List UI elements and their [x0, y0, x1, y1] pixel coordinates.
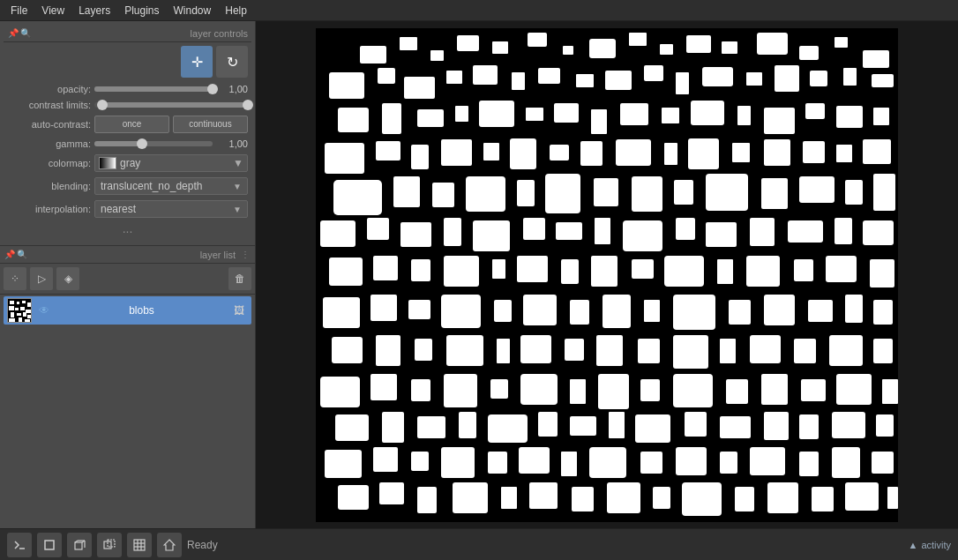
- colormap-row: colormap: gray ▼: [4, 152, 251, 175]
- svg-rect-116: [517, 256, 548, 282]
- svg-rect-149: [638, 339, 660, 363]
- svg-rect-96: [320, 220, 356, 247]
- interpolation-dropdown[interactable]: nearest ▼: [94, 200, 248, 218]
- svg-rect-1: [10, 301, 14, 304]
- svg-rect-94: [845, 180, 863, 205]
- roll-dims-button[interactable]: [97, 533, 122, 557]
- svg-rect-6: [15, 308, 19, 310]
- blending-dropdown[interactable]: translucent_no_depth ▼: [94, 177, 248, 195]
- svg-rect-173: [417, 416, 445, 438]
- opacity-row: opacity: 1,00: [4, 81, 251, 97]
- svg-rect-51: [382, 103, 401, 134]
- svg-rect-46: [775, 65, 799, 92]
- layer-visibility-icon[interactable]: 👁: [35, 302, 53, 319]
- svg-rect-128: [408, 300, 430, 319]
- svg-rect-82: [333, 180, 382, 215]
- layer-list-title: layer list: [28, 250, 236, 260]
- contrast-limits-label: contrast limits:: [7, 100, 91, 110]
- labels-tool-button[interactable]: ◈: [56, 267, 79, 290]
- svg-rect-42: [644, 65, 663, 81]
- svg-rect-120: [664, 256, 704, 287]
- svg-rect-68: [411, 145, 429, 169]
- svg-rect-134: [644, 300, 660, 322]
- svg-rect-186: [325, 450, 362, 478]
- menu-window[interactable]: Window: [167, 3, 219, 19]
- layer-item[interactable]: 👁 blobs 🖼: [4, 296, 251, 325]
- svg-rect-160: [490, 379, 508, 399]
- layer-list-header: 📌 🔍 layer list ⋮: [0, 246, 255, 264]
- svg-rect-57: [591, 109, 607, 134]
- delete-layer-button[interactable]: 🗑: [228, 267, 251, 290]
- svg-rect-100: [473, 220, 510, 251]
- svg-rect-77: [732, 143, 750, 162]
- menu-layers[interactable]: Layers: [71, 3, 117, 19]
- layer-list-pin-icon[interactable]: 📌: [4, 249, 16, 261]
- transform-tool-button[interactable]: ↻: [216, 46, 248, 78]
- svg-rect-53: [455, 106, 468, 122]
- layer-list-search-icon[interactable]: 🔍: [16, 249, 28, 261]
- grid-view-button[interactable]: [127, 533, 152, 557]
- opacity-label: opacity:: [7, 84, 91, 94]
- svg-rect-198: [799, 452, 819, 476]
- opacity-slider[interactable]: [94, 86, 213, 92]
- svg-rect-20: [457, 35, 479, 51]
- 2d-view-button[interactable]: [37, 533, 62, 557]
- menu-plugins[interactable]: Plugins: [117, 3, 166, 19]
- grid-icon: [133, 539, 146, 551]
- continuous-button[interactable]: continuous: [173, 116, 248, 133]
- svg-rect-97: [367, 218, 389, 240]
- bottom-toolbar: Ready ▲ activity: [0, 528, 958, 560]
- menu-file[interactable]: File: [4, 3, 34, 19]
- svg-rect-90: [674, 180, 693, 205]
- svg-rect-106: [706, 222, 737, 247]
- svg-rect-150: [673, 335, 708, 369]
- svg-rect-26: [660, 44, 673, 55]
- home-button[interactable]: [157, 533, 182, 557]
- svg-rect-123: [794, 259, 813, 281]
- layer-thumbnail: [7, 298, 32, 323]
- points-tool-button[interactable]: ⁘: [4, 267, 26, 290]
- once-button[interactable]: once: [94, 116, 169, 133]
- svg-rect-66: [325, 143, 364, 174]
- contrast-limits-row: contrast limits:: [4, 97, 251, 113]
- activity-arrow-icon: ▲: [908, 540, 917, 550]
- layer-control-tools: ✛ ↻: [4, 42, 251, 81]
- svg-rect-179: [635, 414, 670, 443]
- shapes-tool-button[interactable]: ▷: [30, 267, 53, 290]
- menubar: File View Layers Plugins Window Help: [0, 0, 958, 21]
- gamma-slider[interactable]: [94, 141, 213, 146]
- menu-help[interactable]: Help: [218, 3, 254, 19]
- svg-rect-43: [676, 72, 689, 94]
- menu-view[interactable]: View: [34, 3, 71, 19]
- svg-rect-61: [737, 106, 751, 125]
- main-area: 📌 🔍 layer controls ✛ ↻ opacity: 1,00: [0, 21, 958, 528]
- interpolation-label: interpolation:: [7, 204, 91, 214]
- layer-list-menu-icon[interactable]: ⋮: [239, 249, 251, 261]
- svg-rect-101: [523, 218, 545, 240]
- canvas-area[interactable]: [256, 21, 958, 528]
- svg-rect-102: [556, 222, 582, 240]
- move-tool-button[interactable]: ✛: [181, 46, 213, 78]
- svg-rect-47: [810, 71, 827, 86]
- svg-rect-104: [623, 220, 662, 251]
- activity-link[interactable]: ▲ activity: [908, 540, 951, 550]
- contrast-limits-slider[interactable]: [94, 102, 248, 108]
- svg-rect-108: [788, 220, 823, 243]
- svg-rect-2: [17, 302, 19, 304]
- svg-rect-49: [872, 74, 894, 87]
- colormap-select[interactable]: gray ▼: [94, 154, 248, 172]
- more-options-button[interactable]: ···: [4, 220, 251, 242]
- layer-controls-panel: 📌 🔍 layer controls ✛ ↻ opacity: 1,00: [0, 21, 255, 246]
- svg-rect-32: [863, 50, 889, 68]
- svg-rect-187: [373, 447, 398, 472]
- 3d-view-button[interactable]: [67, 533, 92, 557]
- search-icon[interactable]: 🔍: [19, 27, 32, 40]
- svg-rect-87: [545, 174, 580, 213]
- pin-icon[interactable]: 📌: [7, 27, 19, 40]
- svg-rect-212: [767, 482, 798, 513]
- interpolation-value: nearest: [101, 203, 136, 215]
- napari-canvas[interactable]: [316, 28, 898, 522]
- svg-rect-189: [441, 447, 475, 478]
- svg-rect-71: [510, 138, 536, 169]
- terminal-button[interactable]: [7, 533, 32, 557]
